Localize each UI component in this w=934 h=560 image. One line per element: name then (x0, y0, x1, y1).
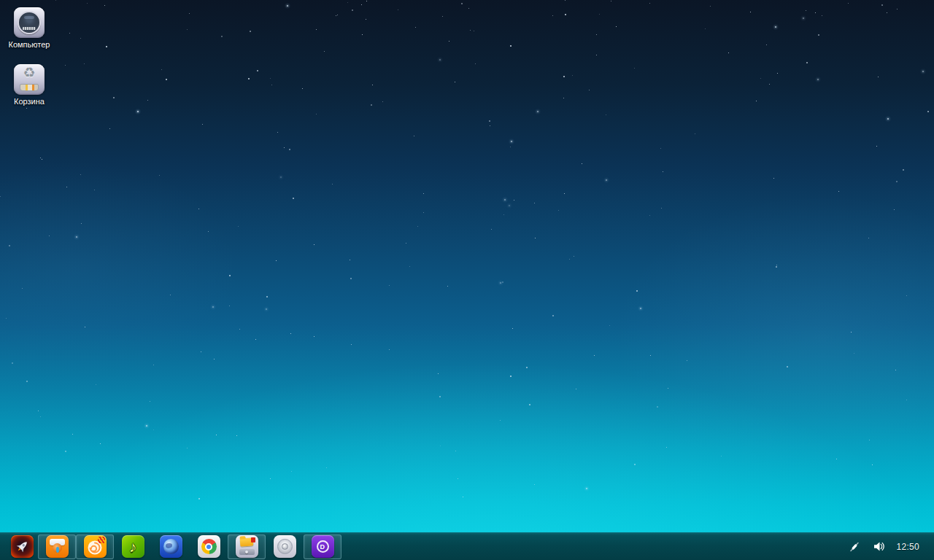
task-button-purple-d-app[interactable]: D (304, 534, 341, 559)
star (284, 147, 285, 148)
clock[interactable]: 12:50 (896, 542, 925, 552)
star (84, 63, 85, 64)
star (0, 196, 1, 197)
star (236, 435, 237, 436)
task-button-web-browser[interactable] (152, 534, 190, 559)
star (634, 68, 635, 69)
star (100, 443, 101, 444)
desktop-icon-computer[interactable]: Компьютер (0, 7, 58, 49)
star (906, 295, 907, 296)
star (475, 63, 476, 64)
task-button-chrome[interactable] (190, 534, 228, 559)
star (350, 260, 350, 260)
star (280, 176, 282, 178)
star (137, 111, 139, 112)
star (270, 478, 271, 479)
star (666, 447, 667, 448)
star (65, 65, 66, 66)
star (248, 78, 250, 79)
star (649, 215, 650, 216)
star (606, 179, 607, 181)
star (881, 4, 883, 6)
star (161, 69, 162, 70)
star (38, 411, 39, 411)
star (76, 236, 77, 238)
star (537, 111, 539, 112)
orange-swirl-icon (84, 535, 107, 558)
star (611, 1, 611, 1)
star (502, 281, 503, 283)
star (113, 97, 115, 98)
desktop-icon-trash[interactable]: ♻ Корзина (0, 64, 58, 106)
star (166, 79, 167, 80)
star (104, 5, 105, 6)
star (869, 440, 870, 440)
star (509, 205, 510, 206)
star (514, 200, 514, 201)
task-button-file-manager[interactable] (228, 534, 266, 559)
recycle-symbol-icon: ♻ (14, 64, 45, 82)
star (574, 256, 574, 257)
star (153, 365, 154, 365)
star (202, 124, 203, 125)
star (640, 308, 641, 309)
star (170, 295, 171, 295)
star (616, 26, 617, 27)
volume-icon[interactable] (872, 540, 885, 553)
star (887, 12, 887, 13)
star (836, 459, 837, 459)
star (72, 434, 73, 435)
star (276, 260, 277, 261)
star (606, 114, 606, 115)
star (596, 55, 597, 55)
star (326, 467, 327, 468)
star (705, 28, 706, 29)
star (438, 373, 439, 374)
star (822, 15, 822, 16)
d-badge: D (317, 540, 329, 553)
desktop-icon-label: Компьютер (9, 40, 50, 49)
star (85, 327, 85, 327)
star (94, 190, 95, 190)
star (500, 420, 501, 421)
star (818, 34, 819, 36)
task-button-music-player[interactable]: ♪ (114, 534, 152, 559)
star (201, 351, 201, 352)
star (876, 146, 877, 147)
star (760, 78, 761, 79)
star (208, 231, 209, 232)
star (552, 15, 553, 16)
star (366, 1, 367, 1)
chrome-icon (198, 535, 220, 558)
star (81, 223, 82, 224)
star (594, 355, 595, 356)
star (906, 400, 907, 400)
star (314, 336, 314, 337)
star (389, 349, 390, 350)
task-button-orange-swirl-app[interactable] (76, 534, 114, 559)
star (710, 6, 711, 7)
star (109, 128, 110, 129)
star (576, 389, 576, 389)
star (895, 370, 896, 370)
star (146, 425, 147, 427)
system-tray: 12:50 (848, 533, 925, 560)
star (806, 62, 808, 63)
star (582, 163, 582, 164)
star (500, 282, 501, 284)
computer-icon (14, 7, 45, 38)
star (687, 360, 687, 361)
task-button-system-utility[interactable] (266, 534, 304, 559)
star (455, 451, 456, 451)
star (65, 451, 66, 452)
star (636, 290, 638, 292)
star (40, 158, 41, 158)
star (773, 178, 774, 179)
network-icon[interactable] (848, 540, 861, 553)
star (558, 210, 559, 211)
star (458, 478, 458, 479)
task-button-orange-box-app[interactable] (38, 534, 76, 559)
launcher-menu-button[interactable] (6, 533, 38, 560)
star (406, 243, 406, 244)
star (229, 306, 230, 306)
